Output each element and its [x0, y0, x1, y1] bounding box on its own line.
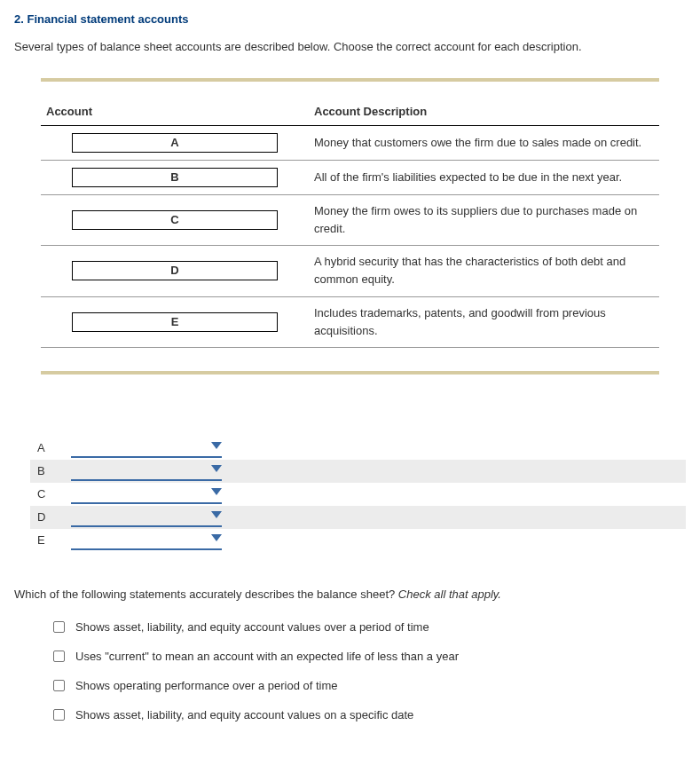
slot-b: B [72, 168, 278, 187]
checkbox-4[interactable] [53, 709, 65, 721]
divider-bottom [41, 371, 659, 375]
chevron-down-icon [211, 534, 222, 541]
answer-row-d: D [30, 506, 686, 529]
slot-a: A [72, 133, 278, 153]
checkbox-row: Shows asset, liability, and equity accou… [53, 620, 686, 634]
option-1-text: Shows asset, liability, and equity accou… [75, 620, 429, 634]
option-2-text: Uses "current" to mean an account with a… [75, 650, 459, 663]
table-row: D A hybrid security that has the charact… [41, 246, 659, 296]
checkbox-row: Shows asset, liability, and equity accou… [53, 708, 686, 722]
table-row: B All of the firm's liabilities expected… [41, 161, 659, 195]
table-row: C Money the firm owes to its suppliers d… [41, 195, 659, 246]
checkbox-row: Uses "current" to mean an account with a… [53, 650, 686, 663]
chevron-down-icon [211, 511, 222, 518]
table-row: E Includes trademarks, patents, and good… [41, 296, 659, 347]
desc-e: Includes trademarks, patents, and goodwi… [309, 296, 659, 347]
dropdown-c[interactable] [71, 485, 222, 504]
answer-row-b: B [30, 460, 686, 483]
desc-c: Money the firm owes to its suppliers due… [309, 195, 659, 246]
checkbox-2[interactable] [53, 651, 65, 662]
accounts-table: Account Account Description A Money that… [41, 101, 659, 348]
checkbox-list: Shows asset, liability, and equity accou… [53, 620, 686, 722]
answer-row-a: A [30, 437, 686, 460]
chevron-down-icon [211, 465, 222, 472]
answer-label: E [30, 533, 71, 547]
chevron-down-icon [211, 442, 222, 449]
answer-label: C [30, 487, 71, 501]
intro-text: Several types of balance sheet accounts … [14, 40, 686, 53]
checkbox-1[interactable] [53, 621, 65, 633]
answer-row-e: E [30, 529, 686, 552]
dropdown-e[interactable] [71, 531, 222, 550]
question-2: Which of the following statements accura… [14, 587, 686, 601]
slot-e: E [72, 312, 278, 332]
slot-c: C [72, 210, 278, 230]
divider-top [41, 78, 659, 82]
checkbox-3[interactable] [53, 680, 65, 691]
option-4-text: Shows asset, liability, and equity accou… [75, 708, 413, 722]
question-2-text: Which of the following statements accura… [14, 587, 398, 601]
slot-d: D [72, 261, 278, 280]
answer-label: B [30, 464, 71, 477]
col-header-account: Account [41, 101, 309, 126]
answer-row-c: C [30, 483, 686, 506]
table-row: A Money that customers owe the firm due … [41, 126, 659, 161]
dropdown-b[interactable] [71, 461, 222, 481]
option-3-text: Shows operating performance over a perio… [75, 679, 338, 692]
dropdown-a[interactable] [71, 438, 222, 458]
answer-label: A [30, 441, 71, 454]
dropdown-d[interactable] [71, 508, 222, 527]
answer-label: D [30, 510, 71, 524]
checkbox-row: Shows operating performance over a perio… [53, 679, 686, 692]
question-2-instruction: Check all that apply. [398, 587, 501, 601]
col-header-description: Account Description [309, 101, 659, 126]
rule-block: Account Account Description A Money that… [41, 78, 659, 375]
section-title: 2. Financial statement accounts [14, 12, 686, 26]
chevron-down-icon [211, 488, 222, 495]
desc-d: A hybrid security that has the character… [309, 246, 659, 296]
desc-b: All of the firm's liabilities expected t… [309, 161, 659, 195]
answers-list: A B C D E [30, 437, 686, 552]
desc-a: Money that customers owe the firm due to… [309, 126, 659, 161]
